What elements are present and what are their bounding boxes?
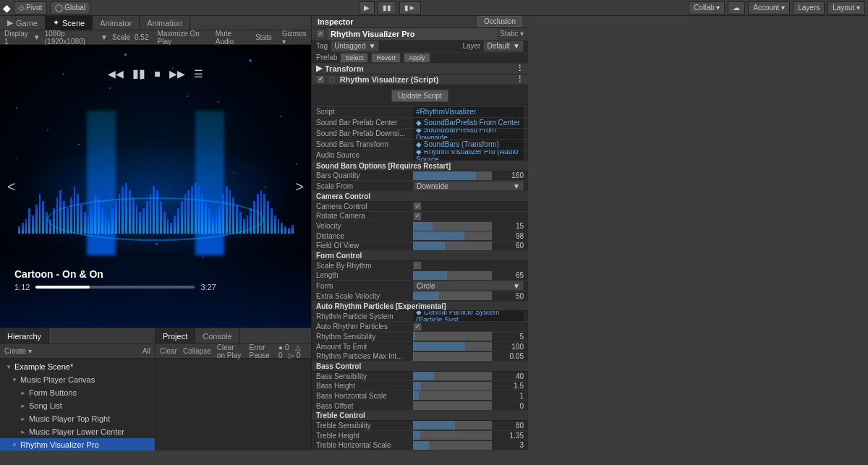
bass-offset-slider[interactable]: [413, 401, 492, 410]
treble-sensibility-slider[interactable]: [413, 421, 492, 430]
fov-row: Field Of View 60: [312, 242, 528, 252]
script-active[interactable]: ✓: [316, 75, 325, 84]
rotate-camera-checkbox[interactable]: ✓: [413, 212, 422, 221]
clear-on-play-button[interactable]: Clear on Play: [217, 344, 244, 359]
tree-item[interactable]: ▼ Example Scene*: [0, 360, 155, 373]
layer-value[interactable]: Default ▼: [483, 40, 524, 52]
vis-bar: [32, 216, 34, 234]
transform-options[interactable]: ⋮: [516, 64, 524, 73]
nav-left-arrow[interactable]: <: [7, 178, 16, 195]
max-intensity-slider[interactable]: [413, 352, 492, 361]
nav-right-arrow[interactable]: >: [295, 178, 304, 195]
active-checkbox[interactable]: ✓: [316, 30, 325, 38]
global-icon: ◯: [55, 4, 63, 12]
bass-height-slider[interactable]: [413, 382, 492, 391]
step-button[interactable]: ▮►: [399, 1, 421, 14]
playback-controls-overlay: ◀◀ ▮▮ ■ ▶▶ ☰: [108, 67, 203, 80]
treble-horizontal-row: Treble Horizontal Scale 3: [312, 440, 528, 451]
length-slider[interactable]: [413, 271, 492, 280]
velocity-slider[interactable]: [413, 222, 492, 231]
vis-bar: [278, 219, 280, 234]
tree-item[interactable]: ► Song List: [0, 399, 155, 412]
extra-scale-slider[interactable]: [413, 291, 492, 300]
tab-hierarchy[interactable]: Hierarchy: [0, 328, 49, 344]
tree-item-selected[interactable]: ▼ Rhythm Visualizer Pro: [0, 438, 155, 451]
script-options[interactable]: ⋮: [516, 74, 524, 84]
sensibility-slider[interactable]: [413, 332, 492, 341]
auto-rhythm-checkbox[interactable]: ✓: [413, 323, 422, 331]
form-control-section: Form Control: [312, 251, 528, 261]
static-label[interactable]: Static ▾: [500, 30, 524, 38]
form-dropdown[interactable]: Circle ▼: [413, 281, 524, 291]
field-value[interactable]: ◆ Rhythm Visualizer Pro (Audio Source: [413, 150, 524, 161]
global-button[interactable]: ◯ Global: [50, 1, 90, 14]
treble-horizontal-slider[interactable]: [413, 441, 492, 450]
field-label: Bass Offset: [316, 402, 410, 410]
pause-button-overlay[interactable]: ▮▮: [132, 67, 145, 80]
scale-by-rhythm-checkbox[interactable]: [413, 261, 422, 270]
field-value[interactable]: ◆ SoundBarPrefab From Downside: [413, 129, 524, 139]
pause-button[interactable]: ▮▮: [378, 1, 396, 14]
update-script-row: Update Script: [312, 85, 528, 107]
stop-button[interactable]: ■: [154, 68, 160, 80]
tab-console[interactable]: Console: [195, 328, 239, 344]
all-filter[interactable]: All: [142, 347, 150, 355]
bars-quantity-slider[interactable]: [413, 171, 492, 180]
pivot-button[interactable]: ◇ Pivot: [14, 1, 47, 14]
vis-bar: [274, 216, 276, 234]
field-label: Rhythm Sensibility: [316, 333, 410, 341]
tab-animation[interactable]: Animation: [140, 16, 190, 30]
distance-slider[interactable]: [413, 231, 492, 240]
console-icons: ● 0 △ 0 ▷ 0: [278, 344, 307, 359]
error-pause-button[interactable]: Error Pause: [249, 344, 273, 359]
layers-button[interactable]: Layers: [793, 1, 825, 14]
bass-sensibility-slider[interactable]: [413, 372, 492, 380]
pivot-icon: ◇: [19, 4, 25, 12]
tab-scene[interactable]: ✦ Scene: [46, 16, 93, 30]
field-value[interactable]: ◆ SoundBarPrefab From Center: [413, 118, 524, 128]
fov-slider[interactable]: [413, 242, 492, 250]
tree-arrow: ▼: [6, 364, 12, 370]
field-value[interactable]: #RhythmVisualizer: [413, 107, 524, 117]
scale-from-dropdown[interactable]: Downside ▼: [413, 181, 524, 191]
clear-button[interactable]: Clear: [160, 347, 177, 355]
apply-button[interactable]: Apply: [404, 53, 430, 63]
tree-item[interactable]: ▼ Music Player Canvas: [0, 373, 155, 386]
account-button[interactable]: Account ▾: [748, 1, 790, 14]
tree-label: Music Player Lower Center: [29, 427, 124, 436]
menu-button[interactable]: ☰: [194, 68, 203, 80]
tab-game[interactable]: ▶ Game: [0, 16, 46, 30]
next-button[interactable]: ▶▶: [169, 68, 185, 80]
field-value[interactable]: ◆ Central Particle System (Particle Syst: [413, 311, 524, 321]
collapse-button[interactable]: Collapse: [183, 347, 211, 355]
project-panel: Project Console Clear Collapse Clear on …: [156, 328, 311, 451]
prev-button[interactable]: ◀◀: [108, 68, 124, 80]
create-button[interactable]: Create ▾: [4, 347, 32, 355]
collab-button[interactable]: Collab ▾: [689, 1, 725, 14]
tag-value[interactable]: Untagged ▼: [331, 40, 379, 52]
tab-project[interactable]: Project: [156, 328, 195, 344]
progress-bar[interactable]: [35, 286, 195, 289]
tree-label: Music Player Top Right: [29, 414, 110, 423]
tree-item[interactable]: ► Music Player Top Right: [0, 412, 155, 425]
tab-animator[interactable]: Animator: [93, 16, 140, 30]
object-name[interactable]: Rhythm Visualizer Pro: [328, 28, 497, 40]
tree-item[interactable]: ► Music Player Lower Center: [0, 425, 155, 438]
bass-horizontal-slider[interactable]: [413, 391, 492, 400]
bass-offset-value: 0: [495, 402, 524, 410]
camera-control-checkbox[interactable]: ✓: [413, 202, 422, 210]
tree-item[interactable]: ► Form Buttons: [0, 386, 155, 399]
update-script-button[interactable]: Update Script: [391, 90, 448, 102]
field-value[interactable]: ◆ SoundBars (Transform): [413, 140, 524, 150]
play-button[interactable]: ▶: [359, 1, 375, 14]
occlusion-button[interactable]: Occlusion: [477, 16, 522, 27]
extra-scale-row: Extra Scale Velocity 50: [312, 291, 528, 302]
layout-button[interactable]: Layout ▾: [827, 1, 865, 14]
bass-control-section: Bass Control: [312, 362, 528, 372]
cloud-button[interactable]: ☁: [728, 1, 745, 14]
revert-button[interactable]: Revert: [371, 53, 401, 63]
select-button[interactable]: Select: [340, 53, 368, 63]
treble-height-slider[interactable]: [413, 431, 492, 440]
time-current: 1:12: [14, 283, 30, 291]
amount-slider[interactable]: [413, 342, 492, 351]
